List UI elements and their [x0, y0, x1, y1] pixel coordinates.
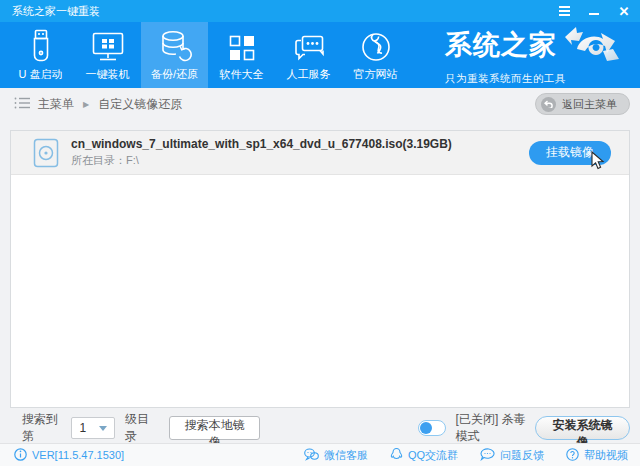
help-video-link[interactable]: 帮助视频: [566, 448, 628, 463]
menu-icon: [559, 6, 570, 16]
wechat-service-link[interactable]: 微信客服: [304, 448, 368, 463]
nav-label: 软件大全: [220, 67, 264, 82]
chat-service-icon: [292, 29, 326, 63]
window-title: 系统之家一键重装: [12, 4, 100, 19]
nav-label: 备份/还原: [151, 67, 198, 82]
breadcrumb-current: 自定义镜像还原: [98, 96, 182, 113]
brand-block: 系统之家 只为重装系统而生的工具: [445, 22, 630, 88]
status-link-label: QQ交流群: [408, 448, 458, 463]
monitor-windows-icon: [91, 29, 125, 63]
back-to-main-menu-button[interactable]: 返回主菜单: [535, 93, 630, 115]
nav-label: 人工服务: [287, 67, 331, 82]
image-list-panel: cn_windows_7_ultimate_with_sp1_x64_dvd_u…: [10, 130, 630, 408]
globe-icon: [360, 29, 392, 63]
search-depth-value: 1: [80, 421, 87, 435]
wechat-icon: [304, 448, 319, 463]
disc-image-icon: [33, 138, 59, 168]
close-button[interactable]: ✕: [616, 3, 632, 19]
breadcrumb-root[interactable]: 主菜单: [38, 96, 74, 113]
apps-grid-icon: [227, 29, 257, 63]
feedback-bubble-icon: [480, 448, 495, 463]
iso-file-row[interactable]: cn_windows_7_ultimate_with_sp1_x64_dvd_u…: [11, 131, 629, 175]
window-menu-button[interactable]: [556, 3, 572, 19]
statusbar: VER[11.5.47.1530] 微信客服 QQ交流群: [0, 443, 640, 466]
status-link-label: 帮助视频: [584, 448, 628, 463]
nav-item-human-service[interactable]: 人工服务: [275, 22, 342, 88]
chevron-down-icon: [99, 426, 107, 431]
antivirus-mode-toggle[interactable]: [418, 420, 445, 436]
titlebar: 系统之家一键重装 ✕: [0, 0, 640, 22]
status-link-label: 微信客服: [324, 448, 368, 463]
database-restore-icon: [158, 29, 192, 63]
search-depth-prefix-label: 搜索到第: [22, 411, 63, 445]
nav-item-one-key-install[interactable]: 一键装机: [74, 22, 141, 88]
breadcrumb-arrow-icon: ▶: [83, 100, 89, 109]
info-icon: [14, 448, 27, 463]
close-icon: ✕: [619, 5, 630, 18]
install-system-image-button[interactable]: 安装系统镜像: [535, 416, 630, 440]
version-label: VER[11.5.47.1530]: [32, 449, 124, 461]
brand-logo-icon: [563, 25, 621, 67]
version-info[interactable]: VER[11.5.47.1530]: [14, 448, 124, 463]
list-icon: [14, 97, 30, 112]
nav-label: 官方网站: [354, 67, 398, 82]
help-circle-icon: [566, 448, 579, 463]
search-depth-suffix-label: 级目录: [125, 411, 155, 445]
brand-name: 系统之家: [445, 32, 557, 59]
nav-item-usb-boot[interactable]: U 盘启动: [7, 22, 74, 88]
qq-icon: [390, 447, 403, 463]
nav-item-backup-restore[interactable]: 备份/还原: [141, 22, 208, 88]
feedback-link[interactable]: 问题反馈: [480, 448, 544, 463]
nav-label: U 盘启动: [19, 67, 63, 82]
nav-label: 一键装机: [86, 67, 130, 82]
qq-group-link[interactable]: QQ交流群: [390, 447, 458, 463]
nav-item-software-collection[interactable]: 软件大全: [208, 22, 275, 88]
minimize-icon: [589, 13, 599, 15]
footer-controls: 搜索到第 1 级目录 搜索本地镜像 [已关闭] 杀毒模式 安装系统镜像: [0, 413, 640, 443]
back-arrow-icon: [541, 97, 556, 112]
brand-tagline: 只为重装系统而生的工具: [445, 72, 630, 86]
back-button-label: 返回主菜单: [562, 97, 617, 112]
minimize-button[interactable]: [586, 3, 602, 19]
usb-icon: [30, 29, 52, 63]
toggle-knob: [420, 422, 432, 434]
breadcrumb: 主菜单 ▶ 自定义镜像还原 返回主菜单: [0, 88, 640, 120]
search-depth-select[interactable]: 1: [71, 417, 115, 439]
search-local-images-button[interactable]: 搜索本地镜像: [169, 416, 260, 440]
antivirus-mode-label: [已关闭] 杀毒模式: [456, 411, 536, 445]
mount-image-button[interactable]: 挂载镜像: [529, 141, 611, 165]
iso-file-name: cn_windows_7_ultimate_with_sp1_x64_dvd_u…: [71, 137, 452, 151]
status-link-label: 问题反馈: [500, 448, 544, 463]
iso-file-path: 所在目录：F:\: [71, 153, 452, 168]
nav-item-official-site[interactable]: 官方网站: [342, 22, 409, 88]
